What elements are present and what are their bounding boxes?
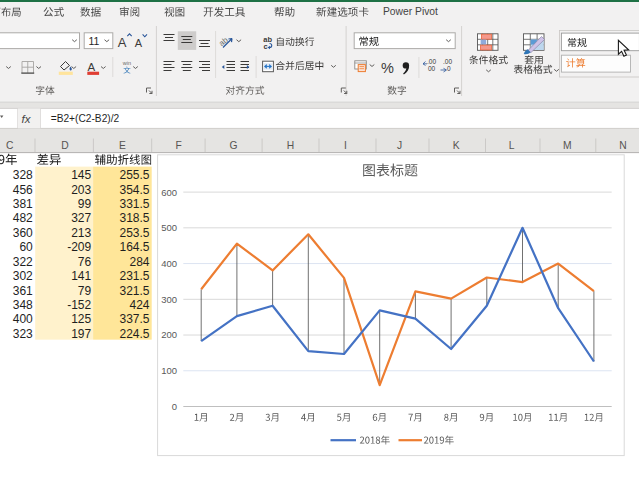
svg-text:318.5: 318.5 [119,211,149,225]
svg-text:600: 600 [161,187,177,198]
svg-text:F: F [175,140,181,151]
svg-text:H: H [287,140,294,151]
svg-text:197: 197 [71,327,91,341]
svg-text:Power Pivot: Power Pivot [383,6,438,17]
svg-text:400: 400 [161,258,177,269]
svg-text:fx: fx [22,113,32,125]
svg-text:76: 76 [78,255,92,269]
svg-text:328: 328 [13,168,33,182]
svg-text:99: 99 [78,197,92,211]
svg-text:337.5: 337.5 [119,312,149,326]
svg-text:L: L [509,140,515,151]
svg-text:I: I [344,140,347,151]
svg-text:224.5: 224.5 [119,327,149,341]
svg-text:300: 300 [161,294,177,305]
svg-text:-209: -209 [67,240,91,254]
svg-text:400: 400 [13,312,33,326]
svg-text:N: N [619,140,626,151]
svg-text:284: 284 [129,255,149,269]
svg-text:G: G [230,140,238,151]
svg-text:302: 302 [13,269,33,283]
svg-text:213: 213 [71,226,91,240]
svg-text:100: 100 [161,365,177,376]
svg-text:321.5: 321.5 [119,284,149,298]
svg-text:C: C [6,140,14,151]
svg-text:60: 60 [19,240,33,254]
svg-text:255.5: 255.5 [119,168,149,182]
svg-text:.00: .00 [443,58,452,65]
svg-text:323: 323 [13,327,33,341]
svg-text:348: 348 [13,298,33,312]
svg-text:381: 381 [13,197,33,211]
svg-text:J: J [397,140,402,151]
svg-text:354.5: 354.5 [119,183,149,197]
svg-text:=B2+(C2-B2)/2: =B2+(C2-B2)/2 [51,113,120,124]
svg-text:A: A [88,61,96,73]
svg-text:M: M [563,140,572,151]
svg-text:D: D [61,140,68,151]
svg-text:0: 0 [172,401,177,412]
svg-text:0: 0 [447,65,451,72]
svg-text:500: 500 [161,222,177,233]
svg-text:K: K [453,140,460,151]
svg-text:11: 11 [89,35,100,47]
svg-text:00: 00 [428,65,436,72]
svg-text:79: 79 [78,284,92,298]
svg-text:A: A [135,37,143,49]
svg-text:231.5: 231.5 [119,269,149,283]
svg-text:253.5: 253.5 [119,226,149,240]
svg-text:361: 361 [13,284,33,298]
svg-text:.00: .00 [427,58,436,65]
svg-text:141: 141 [71,269,91,283]
svg-text:203: 203 [71,183,91,197]
svg-text:-152: -152 [67,298,91,312]
svg-text:A: A [118,35,127,50]
svg-text:125: 125 [71,312,91,326]
svg-text:327: 327 [71,211,91,225]
svg-text:360: 360 [13,226,33,240]
svg-text:145: 145 [71,168,91,182]
svg-text:%: % [381,60,394,76]
svg-text:331.5: 331.5 [119,197,149,211]
svg-text:win: win [122,60,131,66]
svg-text:482: 482 [13,211,33,225]
svg-text:322: 322 [13,255,33,269]
svg-text:200: 200 [161,329,177,340]
svg-text:456: 456 [13,183,33,197]
svg-text:424: 424 [129,298,149,312]
svg-text:c: c [264,42,268,51]
svg-text:164.5: 164.5 [119,240,149,254]
svg-text:E: E [119,140,126,151]
